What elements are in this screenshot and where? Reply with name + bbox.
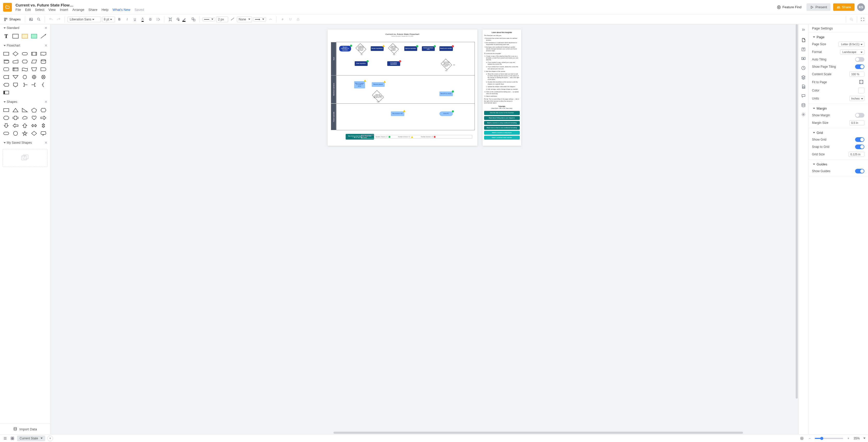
menu-select[interactable]: Select [35,8,44,11]
units-select[interactable]: Inches [849,96,864,101]
lock-button[interactable] [295,16,302,23]
sh-arrow-ud[interactable] [40,122,47,129]
underline-button[interactable]: U [131,16,138,23]
section-head-page[interactable]: Page [812,35,864,39]
text-options-button[interactable] [155,16,161,23]
search-tool-button[interactable] [848,16,855,23]
fc-connector[interactable] [21,74,28,80]
search-button[interactable] [35,16,42,23]
line-shape-button[interactable] [229,16,236,23]
swimlane-warehouse[interactable]: Warehouse operations Wait 2-4 weeks for … [337,76,474,104]
font-family-select[interactable]: Liberation Sans [67,17,101,22]
fc-paper-tape[interactable] [21,66,28,72]
fc-stored-data[interactable] [3,74,10,80]
page-tab-current[interactable]: Current State [17,436,45,441]
sh-cross[interactable] [12,115,19,121]
fit-to-page-button[interactable] [859,79,864,85]
fc-manual-input[interactable] [12,58,19,65]
menu-help[interactable]: Help [101,8,108,11]
target-icon[interactable] [799,436,804,441]
sh-rounded[interactable] [3,130,10,137]
fc-note-right[interactable] [21,82,28,88]
page-list-icon[interactable] [3,436,8,441]
fc-manual-op[interactable] [30,66,38,72]
fc-note-left[interactable] [30,82,38,88]
section-header-standard[interactable]: Standard ✕ [0,24,50,32]
page-color-swatch[interactable] [858,88,864,93]
collapse-panel-icon[interactable] [801,27,806,33]
fc-swimlane[interactable] [3,89,10,96]
bold-button[interactable]: B [116,16,123,23]
section-head-guides[interactable]: Guides [812,162,864,166]
node-decision-resend[interactable]: Is the vendor able to re-send missing it… [440,60,452,69]
tut-btn-5[interactable]: Watch Lucidchart basic tutorials [484,136,520,140]
snap-to-grid-toggle[interactable] [855,145,864,149]
auto-tiling-toggle[interactable] [855,57,864,62]
menu-edit[interactable]: Edit [25,8,31,11]
menu-share[interactable]: Share [88,8,97,11]
line-jump-button[interactable] [267,16,274,23]
page-settings-icon[interactable] [801,37,806,43]
text-panel-icon[interactable] [801,47,806,52]
swimlane-finance[interactable]: Finance specialist Pay invoice in full C… [337,104,474,130]
history-panel-icon[interactable] [801,65,806,71]
tut-btn-3[interactable]: Read more on how to use conditional form… [484,126,520,130]
data-panel-icon[interactable] [801,102,806,108]
present-button[interactable]: Present [807,3,831,11]
arrow-end-select[interactable] [253,17,266,22]
node-submit-po[interactable]: Submit purchase order [422,46,435,51]
canvas-vscroll[interactable] [795,24,798,431]
sh-right-triangle[interactable] [21,107,28,113]
node-decision-multi[interactable]: Does the vendor have multiple vendors? [388,44,399,53]
italic-button[interactable]: I [124,16,130,23]
shape-style-button[interactable] [167,16,174,23]
fc-document[interactable] [40,51,47,57]
node-review[interactable]: Review requisitions [371,46,383,51]
show-grid-toggle[interactable] [855,137,864,142]
align-button[interactable] [147,16,154,23]
import-data-button[interactable]: Import Data [0,424,50,434]
tut-btn-4[interactable]: Watch a tutorial on using layers [484,131,520,135]
fc-terminator[interactable] [21,51,28,57]
node-reach-vendor[interactable]: Reach out to vendor [439,46,453,51]
swimlane-container[interactable]: Buyer Receive notification for requisiti… [336,42,475,130]
menu-insert[interactable]: Insert [60,8,68,11]
fc-delay[interactable] [40,66,47,72]
action-button[interactable] [279,16,286,23]
sh-arrow-lr[interactable] [30,122,38,129]
zoom-in-button[interactable]: + [846,436,851,441]
fc-data[interactable] [30,58,38,65]
sh-arrow-left[interactable] [12,122,19,129]
doc-title[interactable]: Current vs. Future State Flow… [16,3,144,7]
fc-database[interactable] [40,58,47,65]
node-pay-invoice[interactable]: Pay invoice in full [391,111,404,116]
user-avatar[interactable]: KS [857,3,865,11]
fc-off-page[interactable] [12,82,19,88]
node-receive[interactable]: Receive product [372,82,385,87]
font-size-select[interactable]: 8 pt [102,17,115,22]
node-close-po[interactable]: Close PO [439,111,453,116]
fill-color-button[interactable] [175,16,181,23]
tut-btn-2[interactable]: Watch a tutorial on using conditional fo… [484,121,520,125]
sh-callout[interactable] [40,130,47,137]
menu-whats-new[interactable]: What's New [113,8,130,11]
fullscreen-button[interactable] [859,16,866,23]
show-guides-toggle[interactable] [855,169,864,173]
note-shape[interactable] [21,33,28,39]
fc-direct-data[interactable] [3,66,10,72]
fc-brace[interactable] [40,82,47,88]
fc-merge[interactable] [12,74,19,80]
add-page-button[interactable]: + [47,436,53,441]
menu-arrange[interactable]: Arrange [72,8,84,11]
comments-panel-icon[interactable] [801,93,806,99]
format-select[interactable]: Landscape [840,49,864,55]
redo-button[interactable] [55,16,62,23]
text-shape[interactable]: T [3,33,10,39]
menu-file[interactable]: File [16,8,21,11]
tut-btn-1[interactable]: Read about linking data to your diagrams [484,116,520,120]
layers-panel-icon[interactable] [801,75,806,80]
sh-octagon[interactable] [3,115,10,121]
page-size-select[interactable]: Letter (8.5x11) [839,41,864,47]
node-wait[interactable]: Wait 2-4 weeks for order to arrive [354,81,365,88]
sh-arrow-right[interactable] [40,115,47,121]
